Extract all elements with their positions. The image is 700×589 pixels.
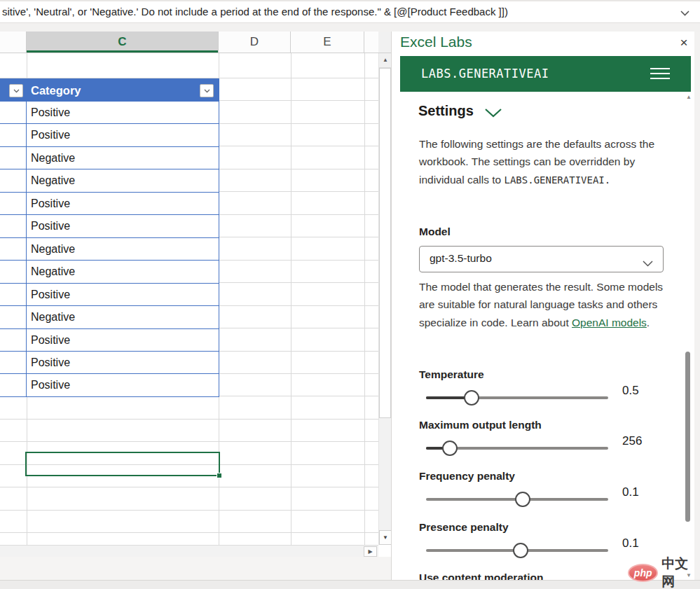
filter-dropdown-icon[interactable] [200,84,214,97]
table-row-selected[interactable]: Positive [0,374,219,396]
table-row[interactable]: Positive [0,124,219,146]
table-row[interactable]: Positive [0,284,219,306]
scroll-up-icon[interactable]: ▲ [379,53,391,68]
formula-input[interactable]: sitive', 'Neutral', or 'Negative.' Do no… [2,1,668,22]
model-dropdown[interactable]: gpt-3.5-turbo [419,246,664,272]
php-cn-watermark: php 中文网 [628,555,700,589]
max-output-length-value: 256 [622,434,642,448]
column-header-c[interactable]: C [27,32,219,53]
table-row[interactable]: Positive [0,329,219,352]
formula-bar-expand-icon[interactable] [677,6,692,20]
sheet-horizontal-scrollbar[interactable]: ▶ [0,545,378,557]
frequency-penalty-slider-knob[interactable] [515,492,530,507]
model-label: Model [419,226,451,238]
table-row[interactable]: Positive [0,193,219,215]
table-row[interactable]: Negative [0,147,219,169]
table-row[interactable]: Negative [0,238,219,261]
banner-label: LABS.GENERATIVEAI [421,67,549,81]
frequency-penalty-label: Frequency penalty [419,470,680,485]
settings-description: The following settings are the defaults … [419,135,671,189]
column-header-e[interactable]: E [291,32,364,53]
table-header-label: Category [31,79,81,102]
table-row[interactable]: Positive [0,102,219,124]
gridline-d-e [291,53,291,545]
spreadsheet-grid: C D E Category Positive Positive Negativ… [0,32,391,589]
frequency-penalty-value: 0.1 [622,485,639,499]
inline-code: LABS.GENERATIVEAI. [504,174,610,186]
category-table: Category Positive Positive Negative Nega… [0,78,219,397]
scroll-down-icon[interactable]: ▼ [379,530,391,545]
formula-bar[interactable]: sitive', 'Neutral', or 'Negative.' Do no… [0,0,700,23]
model-selected-value: gpt-3.5-turbo [430,252,492,265]
menu-icon[interactable] [650,68,670,79]
watermark-text: 中文网 [661,555,700,589]
vertical-scrollbar-thumb[interactable] [379,68,391,418]
fill-handle[interactable] [217,473,222,478]
panel-title: Excel Labs [400,34,472,50]
table-row[interactable]: Negative [0,306,219,328]
sheet-vertical-scrollbar[interactable]: ▲ ▼ [378,53,391,545]
frequency-penalty-setting: Frequency penalty 0.1 [419,470,680,513]
max-output-length-setting: Maximum output length 256 [419,419,680,462]
settings-heading: Settings [418,103,474,119]
active-cell-outline[interactable] [25,452,220,476]
php-logo: php [628,564,658,582]
scroll-right-icon[interactable]: ▶ [364,546,377,557]
openai-models-link[interactable]: OpenAI models [572,317,647,328]
use-content-moderation-label: Use content moderation [419,571,543,580]
temperature-setting: Temperature 0.5 [419,368,680,412]
table-header-row[interactable]: Category [0,78,219,102]
filter-dropdown-icon[interactable] [9,84,23,97]
panel-scrollbar-thumb[interactable] [685,352,690,522]
max-output-length-label: Maximum output length [419,419,680,434]
scroll-up-icon[interactable]: ▲ [684,94,694,100]
temperature-slider-knob[interactable] [464,390,479,406]
temperature-value: 0.5 [622,384,639,398]
presence-penalty-slider-knob[interactable] [513,543,528,558]
model-description: The model that generates the result. Som… [419,278,671,331]
gridline-e-f [364,53,365,545]
close-icon[interactable]: × [675,34,693,52]
column-header-b-partial[interactable] [0,32,27,53]
panel-right-margin [694,32,700,580]
presence-penalty-label: Presence penalty [419,521,680,536]
table-row[interactable]: Positive [0,215,219,237]
column-header-f-partial[interactable] [364,32,378,53]
table-row[interactable]: Negative [0,261,219,283]
header-scrollbar-corner [378,32,391,53]
labs-generativeai-banner: LABS.GENERATIVEAI [400,56,691,92]
presence-penalty-value: 0.1 [622,536,639,550]
column-header-d[interactable]: D [219,32,291,53]
max-output-length-slider-knob[interactable] [442,441,458,456]
temperature-label: Temperature [419,368,680,384]
excel-labs-panel: Excel Labs × LABS.GENERATIVEAI Settings … [391,32,700,580]
chevron-down-icon [643,257,653,270]
table-row[interactable]: Negative [0,169,219,192]
settings-collapse-icon[interactable] [484,108,502,120]
toolbar-gap [0,23,700,32]
window-bottom-strip [0,580,700,589]
table-row[interactable]: Positive [0,352,219,374]
